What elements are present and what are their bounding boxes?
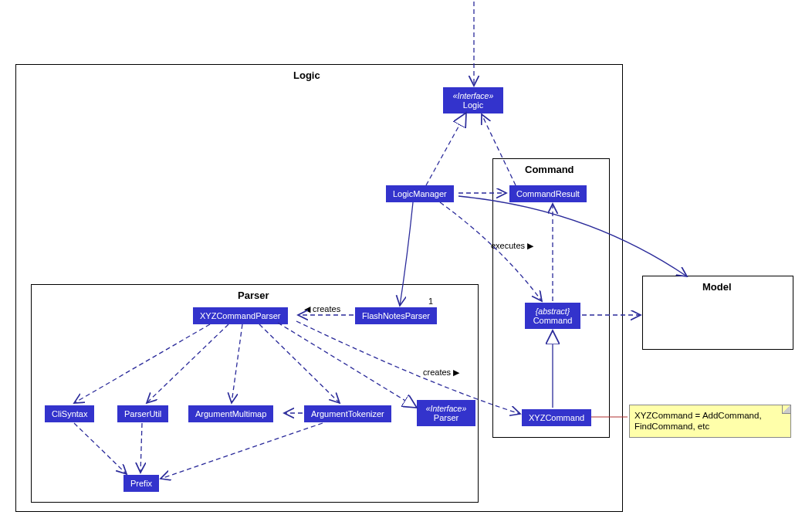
note-line1: XYZCommand = AddCommand, [634, 411, 762, 420]
note-line2: FindCommand, etc [634, 422, 709, 431]
node-argument-multimap: ArgumentMultimap [188, 405, 273, 422]
label-executes: executes ▶ [491, 241, 533, 251]
pkg-logic-label: Logic [293, 69, 320, 81]
node-xyz-command-parser: XYZCommandParser [193, 307, 288, 324]
argument-multimap-name: ArgumentMultimap [195, 409, 266, 418]
node-prefix: Prefix [123, 475, 159, 492]
node-parser-util: ParserUtil [117, 405, 168, 422]
abstract-command-stereotype: {abstract} [532, 307, 573, 316]
flashnotes-parser-name: FlashNotesParser [362, 311, 430, 320]
diagram-canvas: Logic Parser Command Model «Interface» L… [0, 0, 812, 515]
xyz-command-name: XYZCommand [529, 413, 584, 422]
logic-iface-name: Logic [450, 100, 496, 110]
command-result-name: CommandResult [516, 189, 580, 198]
prefix-name: Prefix [130, 479, 152, 488]
parser-util-name: ParserUtil [124, 409, 161, 418]
logic-manager-name: LogicManager [393, 189, 447, 198]
pkg-model-label: Model [702, 281, 732, 293]
parser-iface-stereotype: «Interface» [424, 404, 469, 413]
note-xyz-command: XYZCommand = AddCommand, FindCommand, et… [629, 405, 791, 438]
node-flashnotes-parser: FlashNotesParser [355, 307, 437, 324]
argument-tokenizer-name: ArgumentTokenizer [311, 409, 384, 418]
node-parser-interface: «Interface» Parser [417, 400, 475, 426]
logic-iface-stereotype: «Interface» [450, 91, 496, 100]
node-logic-manager: LogicManager [386, 185, 454, 202]
mult-one: 1 [428, 296, 433, 306]
xyz-command-parser-name: XYZCommandParser [200, 311, 281, 320]
parser-iface-name: Parser [424, 413, 469, 422]
pkg-command-label: Command [525, 164, 574, 175]
node-logic-interface: «Interface» Logic [443, 87, 503, 114]
node-cli-syntax: CliSyntax [45, 405, 94, 422]
cli-syntax-name: CliSyntax [52, 409, 87, 418]
label-creates-parser: ◀ creates [304, 304, 340, 314]
label-creates-command: creates ▶ [423, 368, 459, 378]
node-xyz-command: XYZCommand [522, 409, 591, 426]
node-command-result: CommandResult [509, 185, 587, 202]
node-argument-tokenizer: ArgumentTokenizer [304, 405, 391, 422]
pkg-parser-label: Parser [238, 290, 269, 301]
abstract-command-name: Command [532, 316, 573, 325]
node-abstract-command: {abstract} Command [525, 303, 580, 329]
